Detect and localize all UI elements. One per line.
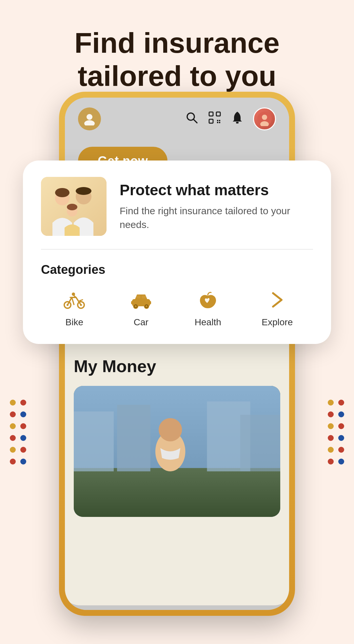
svg-rect-42 [131, 301, 134, 304]
decorative-dots-left [10, 400, 26, 464]
card-top-section: Protect what matters Find the right insu… [41, 177, 313, 236]
chevron-right-icon [264, 288, 290, 311]
svg-rect-5 [216, 112, 220, 116]
header-icons-group [186, 107, 276, 130]
svg-rect-18 [117, 405, 150, 471]
svg-point-34 [72, 293, 75, 296]
svg-point-40 [135, 305, 137, 307]
category-explore[interactable]: Explore [262, 288, 293, 328]
svg-rect-37 [142, 295, 146, 298]
svg-rect-11 [236, 122, 239, 123]
decorative-dots-right [328, 400, 344, 464]
svg-point-13 [262, 115, 267, 120]
svg-point-41 [146, 305, 148, 307]
svg-rect-10 [219, 122, 220, 123]
my-money-image [74, 386, 280, 517]
svg-rect-7 [217, 120, 218, 121]
svg-rect-9 [217, 122, 218, 123]
card-description-text: Protect what matters Find the right insu… [120, 181, 313, 232]
categories-row: Bike Car [41, 288, 313, 328]
svg-rect-4 [209, 112, 213, 116]
svg-point-1 [84, 120, 95, 125]
bike-icon [61, 288, 88, 311]
svg-rect-17 [74, 411, 114, 471]
family-image [41, 177, 107, 236]
phone-header-bar [65, 98, 289, 140]
category-health[interactable]: Health [195, 288, 221, 328]
svg-rect-36 [136, 295, 140, 298]
car-label: Car [134, 317, 148, 328]
page-title: Find insurance tailored to you [46, 26, 308, 92]
svg-rect-8 [219, 120, 220, 121]
explore-label: Explore [262, 317, 293, 328]
bike-label: Bike [66, 317, 83, 328]
svg-line-3 [193, 119, 197, 123]
svg-point-28 [76, 187, 91, 195]
svg-rect-43 [148, 301, 151, 304]
health-icon [195, 288, 221, 311]
card-description: Find the right insurance tailored to you… [120, 204, 313, 232]
svg-point-29 [67, 204, 77, 210]
svg-point-0 [87, 114, 92, 120]
category-car[interactable]: Car [128, 288, 154, 328]
profile-avatar-icon[interactable] [253, 107, 276, 130]
insurance-card: Protect what matters Find the right insu… [23, 161, 331, 344]
bell-icon[interactable] [231, 111, 243, 127]
card-headline: Protect what matters [120, 181, 313, 199]
scan-icon[interactable] [208, 111, 222, 127]
svg-point-22 [159, 418, 182, 441]
svg-rect-20 [240, 415, 280, 471]
svg-point-27 [55, 188, 69, 197]
health-label: Health [195, 317, 221, 328]
svg-rect-6 [209, 119, 213, 123]
app-logo-icon [78, 107, 101, 130]
svg-rect-16 [74, 468, 280, 517]
categories-heading: Categories [41, 263, 313, 277]
phone-bottom-section: My Money [65, 343, 289, 605]
my-money-title: My Money [74, 356, 280, 376]
car-icon [128, 288, 154, 311]
card-divider [41, 249, 313, 250]
search-icon[interactable] [186, 111, 198, 127]
category-bike[interactable]: Bike [61, 288, 88, 328]
